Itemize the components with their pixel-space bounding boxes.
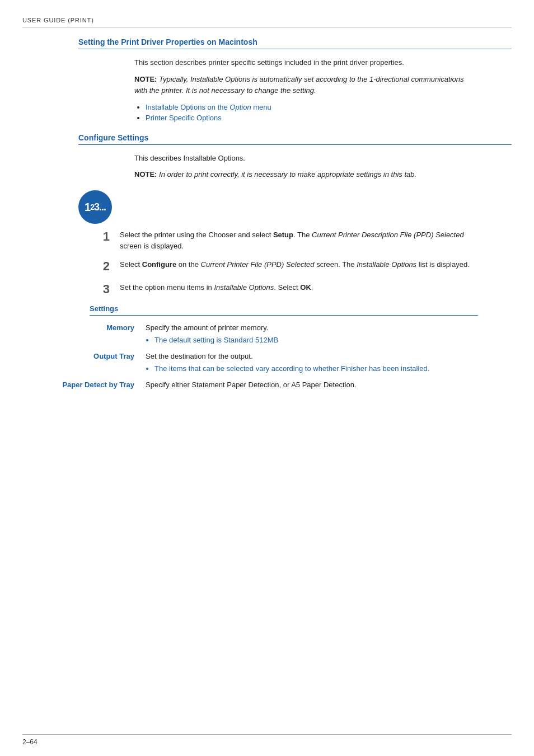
intro-links: Installable Options on the Option menu P… <box>146 103 478 122</box>
intro-area: This section describes printer specific … <box>134 57 478 122</box>
paper-detect-row: Paper Detect by Tray Specify either Stat… <box>56 379 478 391</box>
page: User Guide (Print) Setting the Print Dri… <box>0 0 534 756</box>
page-header: User Guide (Print) <box>22 17 512 27</box>
step-1-row: 1 Select the printer using the Chooser a… <box>90 229 478 251</box>
output-tray-sub-item: The items that can be selected vary acco… <box>154 364 429 373</box>
output-tray-content: Set the destination for the output. The … <box>146 351 478 374</box>
configure-content: This describes Installable Options. NOTE… <box>134 153 478 181</box>
intro-note-label: NOTE: <box>134 75 157 83</box>
main-heading: Setting the Print Driver Properties on M… <box>78 37 512 49</box>
step-3-row: 3 Set the option menu items in Installab… <box>90 282 478 297</box>
settings-heading: Settings <box>90 304 478 316</box>
list-item: The items that can be selected vary acco… <box>154 363 478 374</box>
memory-label: Memory <box>56 322 146 334</box>
list-item: Installable Options on the Option menu <box>146 103 478 111</box>
list-item: Printer Specific Options <box>146 114 478 122</box>
printer-specific-options-link[interactable]: Printer Specific Options <box>146 114 222 122</box>
memory-row: Memory Specify the amount of printer mem… <box>56 322 478 345</box>
output-tray-label: Output Tray <box>56 351 146 362</box>
intro-note-text: Typically, Installable Options is automa… <box>134 75 463 95</box>
page-number: 2–64 <box>22 738 38 746</box>
configure-note-text: In order to print correctly, it is neces… <box>159 170 416 179</box>
output-tray-description: Set the destination for the output. <box>146 352 253 360</box>
intro-paragraph: This section describes printer specific … <box>134 57 478 68</box>
configure-note: NOTE: In order to print correctly, it is… <box>134 169 478 180</box>
output-tray-row: Output Tray Set the destination for the … <box>56 351 478 374</box>
paper-detect-description: Specify either Statement Paper Detection… <box>146 381 357 389</box>
steps-icon-area: 123... <box>78 190 512 224</box>
memory-sub-item: The default setting is Standard 512MB <box>154 336 278 344</box>
memory-description: Specify the amount of printer memory. <box>146 323 268 332</box>
settings-table: Memory Specify the amount of printer mem… <box>56 322 478 391</box>
step-2-row: 2 Select Configure on the Current Printe… <box>90 259 478 274</box>
configure-note-label: NOTE: <box>134 170 157 179</box>
configure-section: Configure Settings This describes Instal… <box>22 133 512 181</box>
steps-area: 1 Select the printer using the Chooser a… <box>90 229 478 297</box>
intro-note: NOTE: Typically, Installable Options is … <box>134 74 478 96</box>
installable-options-link[interactable]: Installable Options on the Option menu <box>146 103 271 111</box>
configure-paragraph: This describes Installable Options. <box>134 153 478 164</box>
step-2-text: Select Configure on the Current Printer … <box>120 259 478 270</box>
step-3-number: 3 <box>90 282 110 297</box>
list-item: The default setting is Standard 512MB <box>154 335 478 346</box>
memory-content: Specify the amount of printer memory. Th… <box>146 322 478 345</box>
page-footer: 2–64 <box>22 734 512 746</box>
step-1-number: 1 <box>90 229 110 244</box>
header-title: User Guide (Print) <box>22 17 94 24</box>
step-3-text: Set the option menu items in Installable… <box>120 282 478 293</box>
configure-heading: Configure Settings <box>78 133 512 145</box>
step-2-number: 2 <box>90 259 110 274</box>
step-1-text: Select the printer using the Chooser and… <box>120 229 478 251</box>
paper-detect-label: Paper Detect by Tray <box>56 379 146 391</box>
paper-detect-content: Specify either Statement Paper Detection… <box>146 379 478 391</box>
steps-icon: 123... <box>78 190 112 224</box>
